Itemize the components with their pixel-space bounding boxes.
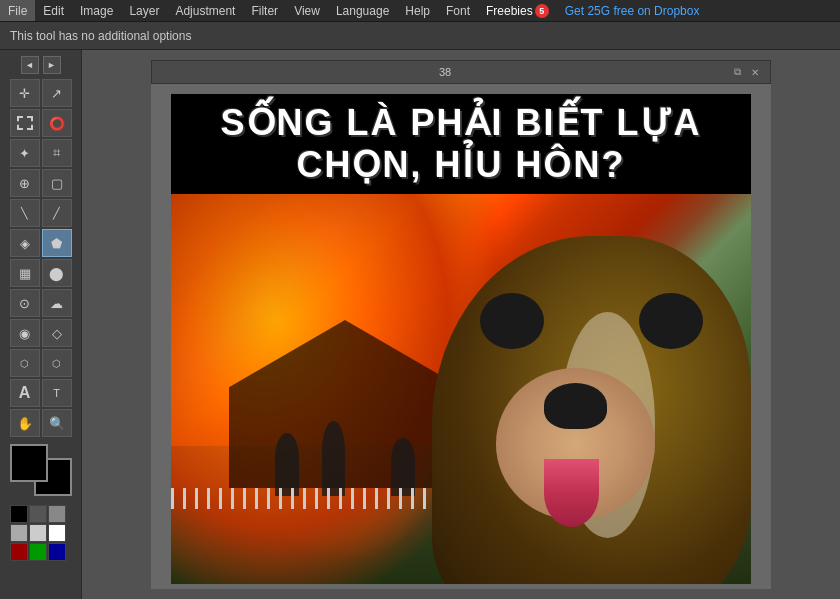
pencil-tool[interactable]: ╲	[10, 199, 40, 227]
options-message: This tool has no additional options	[10, 29, 191, 43]
meme-text-area: SỐNG LÀ PHẢI BIẾT LỰA CHỌN, HỈU HÔN?	[171, 94, 751, 194]
grid-cell[interactable]	[48, 524, 66, 542]
menu-view[interactable]: View	[286, 0, 328, 21]
menu-dropbox[interactable]: Get 25G free on Dropbox	[557, 4, 708, 18]
text-tool-2[interactable]: T	[42, 379, 72, 407]
window-title: 38	[160, 66, 730, 78]
magic-wand-tool[interactable]: ✦	[10, 139, 40, 167]
menu-bar: File Edit Image Layer Adjustment Filter …	[0, 0, 840, 22]
grid-row-2	[10, 524, 72, 542]
color-swatches	[10, 444, 72, 496]
menu-edit[interactable]: Edit	[35, 0, 72, 21]
meme-photo	[171, 194, 751, 584]
dog-eye-left	[480, 293, 544, 350]
close-button[interactable]: ✕	[748, 65, 762, 79]
eyedropper-tool[interactable]: ⊕	[10, 169, 40, 197]
tool-row-10: ⬡ ⬡	[0, 349, 81, 377]
dog-nose	[544, 383, 608, 428]
tool-row-7: ▦ ⬤	[0, 259, 81, 287]
grid-cell[interactable]	[29, 524, 47, 542]
grid-cell[interactable]	[10, 524, 28, 542]
color-grid	[10, 504, 72, 562]
grid-cell[interactable]	[29, 505, 47, 523]
freebies-badge: 5	[535, 4, 549, 18]
text-tool[interactable]: A	[10, 379, 40, 407]
move-tool[interactable]: ✛	[10, 79, 40, 107]
heal-tool[interactable]: ⊙	[10, 289, 40, 317]
person-silhouette-2	[322, 421, 345, 497]
tool-row-1: ✛ ↗	[0, 79, 81, 107]
rect-select-tool[interactable]	[10, 109, 40, 137]
menu-layer[interactable]: Layer	[121, 0, 167, 21]
nav-left-button[interactable]: ◄	[21, 56, 39, 74]
paint-tool[interactable]: ⬡	[42, 349, 72, 377]
zoom-tool[interactable]: 🔍	[42, 409, 72, 437]
canvas-inner: SỐNG LÀ PHẢI BIẾT LỰA CHỌN, HỈU HÔN?	[171, 94, 751, 584]
sharpen-tool[interactable]: ◇	[42, 319, 72, 347]
menu-language[interactable]: Language	[328, 0, 397, 21]
tool-row-6: ◈ ⬟	[0, 229, 81, 257]
grid-cell[interactable]	[10, 543, 28, 561]
menu-help[interactable]: Help	[397, 0, 438, 21]
menu-image[interactable]: Image	[72, 0, 121, 21]
tool-row-12: ✋ 🔍	[0, 409, 81, 437]
menu-filter[interactable]: Filter	[243, 0, 286, 21]
path-tool[interactable]: ⬡	[10, 349, 40, 377]
menu-freebies[interactable]: Freebies 5	[478, 4, 557, 18]
grid-cell[interactable]	[48, 543, 66, 561]
canvas-wrapper: SỐNG LÀ PHẢI BIẾT LỰA CHỌN, HỈU HÔN?	[151, 84, 771, 589]
main-area: ◄ ► ✛ ↗ ⭕ ✦ ⌗ ⊕ ▢ ╲ ╱ ◈ ⬟ ▦ ⬤	[0, 50, 840, 599]
dog-eye-right	[639, 293, 703, 350]
crop-tool[interactable]: ⌗	[42, 139, 72, 167]
ruler-tool[interactable]: ▢	[42, 169, 72, 197]
toolbar: ◄ ► ✛ ↗ ⭕ ✦ ⌗ ⊕ ▢ ╲ ╱ ◈ ⬟ ▦ ⬤	[0, 50, 82, 599]
dog-snout	[496, 368, 656, 519]
shape-tool[interactable]: ⬟	[42, 229, 72, 257]
fill-tool[interactable]: ◈	[10, 229, 40, 257]
toolbar-nav: ◄ ►	[0, 54, 81, 76]
grid-row-3	[10, 543, 72, 561]
nav-right-button[interactable]: ►	[43, 56, 61, 74]
window-title-bar: 38 ⧉ ✕	[151, 60, 771, 84]
tool-row-8: ⊙ ☁	[0, 289, 81, 317]
options-bar: This tool has no additional options	[0, 22, 840, 50]
person-silhouette-1	[275, 433, 298, 496]
menu-file[interactable]: File	[0, 0, 35, 21]
tool-row-9: ◉ ◇	[0, 319, 81, 347]
line-tool[interactable]: ╱	[42, 199, 72, 227]
tool-row-5: ╲ ╱	[0, 199, 81, 227]
lasso-tool[interactable]: ⭕	[42, 109, 72, 137]
window-controls: ⧉ ✕	[730, 65, 762, 79]
restore-button[interactable]: ⧉	[730, 65, 744, 79]
dog-tongue	[544, 459, 600, 527]
grid-row-1	[10, 505, 72, 523]
meme-container: SỐNG LÀ PHẢI BIẾT LỰA CHỌN, HỈU HÔN?	[171, 94, 751, 584]
dog-face	[432, 236, 751, 584]
foreground-color-swatch[interactable]	[10, 444, 48, 482]
grid-cell[interactable]	[48, 505, 66, 523]
smudge-tool[interactable]: ☁	[42, 289, 72, 317]
burn-tool[interactable]: ◉	[10, 319, 40, 347]
canvas-area: 38 ⧉ ✕ SỐNG LÀ PHẢI BIẾT LỰA CHỌN, HỈU H…	[82, 50, 840, 599]
grid-cell[interactable]	[10, 505, 28, 523]
grid-cell[interactable]	[29, 543, 47, 561]
gradient-tool[interactable]: ▦	[10, 259, 40, 287]
menu-adjustment[interactable]: Adjustment	[167, 0, 243, 21]
hand-tool[interactable]: ✋	[10, 409, 40, 437]
tool-row-2: ⭕	[0, 109, 81, 137]
tool-row-11: A T	[0, 379, 81, 407]
meme-text: SỐNG LÀ PHẢI BIẾT LỰA CHỌN, HỈU HÔN?	[181, 102, 741, 186]
arrow-tool[interactable]: ↗	[42, 79, 72, 107]
tool-row-3: ✦ ⌗	[0, 139, 81, 167]
tool-row-4: ⊕ ▢	[0, 169, 81, 197]
menu-font[interactable]: Font	[438, 0, 478, 21]
clone-tool[interactable]: ⬤	[42, 259, 72, 287]
